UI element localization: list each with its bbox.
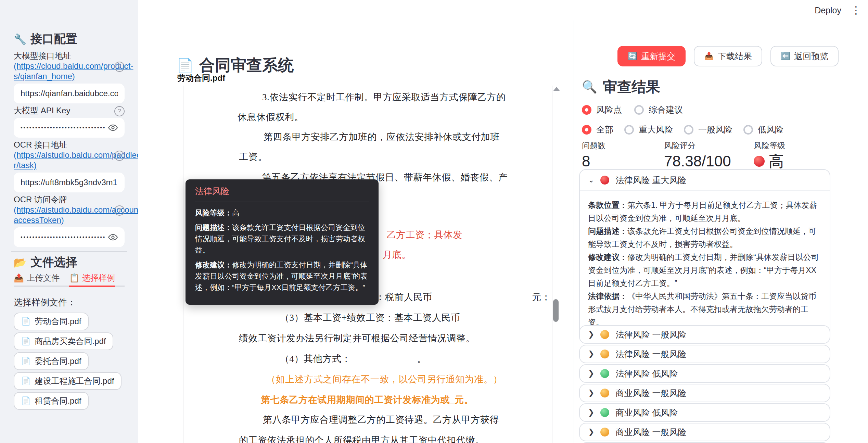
file-name: 劳动合同.pdf xyxy=(35,316,81,327)
collapsed-expander-header[interactable]: ❯商业风险 一般风险 xyxy=(579,384,830,402)
sample-file-button[interactable]: 📄委托合同.pdf xyxy=(14,352,89,370)
sample-file-button[interactable]: 📄租赁合同.pdf xyxy=(14,392,89,410)
risk-detail-row: 条款位置：第六条1. 甲方于每月日前足额支付乙方工资；具体发薪日以公司资金到位为… xyxy=(588,199,821,225)
collapsed-expander-header[interactable]: ❯商业风险 低风险 xyxy=(579,403,830,422)
sample-file-button[interactable]: 📄商品房买卖合同.pdf xyxy=(14,332,113,350)
help-icon[interactable]: ? xyxy=(114,151,125,161)
radio-icon[interactable] xyxy=(624,125,634,135)
doc-line: 休息休假权利。 xyxy=(238,111,304,123)
tooltip-row: 修改建议：修改为明确的工资支付日期，并删除“具体发薪日以公司资金到位为准，可顺延… xyxy=(195,259,369,293)
field-ocr-endpoint: OCR 接口地址 (https://aistudio.baidu.com/pad… xyxy=(14,140,125,192)
radio-label: 低风险 xyxy=(758,124,783,135)
llm-endpoint-link[interactable]: s/qianfan_home) xyxy=(14,71,116,81)
expander-header[interactable]: ⌄ 法律风险 重大风险 xyxy=(580,170,830,190)
radio-label: 综合建议 xyxy=(649,104,683,115)
risk-filter-option[interactable]: 低风险 xyxy=(743,124,783,135)
scroll-up-arrow-icon[interactable] xyxy=(553,87,560,91)
help-icon[interactable]: ? xyxy=(114,205,125,216)
file-name: 商品房买卖合同.pdf xyxy=(35,336,106,347)
sample-file-list: 📄劳动合同.pdf📄商品房买卖合同.pdf📄委托合同.pdf📄建设工程施工合同.… xyxy=(14,313,125,410)
document-scrollbar-thumb[interactable] xyxy=(553,299,559,322)
llm-api-key-input[interactable]: ••••••••••••••••••••••••••••••••• xyxy=(14,118,125,138)
left-arrow-icon: ⬅️ xyxy=(781,52,790,61)
sidebar-section-api-config: 🔧 接口配置 xyxy=(14,31,125,47)
ocr-endpoint-link[interactable]: r/task) xyxy=(14,160,116,170)
collapsed-expander-list: ❯法律风险 一般风险❯法律风险 一般风险❯法律风险 低风险❯商业风险 一般风险❯… xyxy=(579,325,830,443)
llm-endpoint-input[interactable]: https://qianfan.baidubce.com/v2 xyxy=(14,84,125,103)
expander-title: 法律风险 一般风险 xyxy=(615,329,686,340)
field-label: OCR 接口地址 xyxy=(14,140,125,150)
expander-title: 商业风险 一般风险 xyxy=(615,427,686,438)
help-icon[interactable]: ? xyxy=(114,62,125,72)
radio-icon[interactable] xyxy=(582,105,591,115)
tooltip-row-label: 修改建议： xyxy=(195,261,232,269)
ocr-token-input[interactable]: ••••••••••••••••••••••••••••••••• xyxy=(14,227,125,247)
kebab-menu-icon[interactable]: ⋮ xyxy=(851,5,861,16)
collapsed-expander-header[interactable]: ❯法律风险 一般风险 xyxy=(579,345,830,363)
resubmit-button[interactable]: 🔄 重新提交 xyxy=(617,46,686,66)
collapsed-expander-header[interactable]: ❯法律风险 一般风险 xyxy=(579,325,830,344)
expander-body: 条款位置：第六条1. 甲方于每月日前足额支付乙方工资；具体发薪日以公司资金到位为… xyxy=(580,190,830,337)
file-icon: 📄 xyxy=(21,377,30,385)
sample-file-button[interactable]: 📄劳动合同.pdf xyxy=(14,313,89,330)
result-type-option[interactable]: 综合建议 xyxy=(634,104,683,115)
sample-file-button[interactable]: 📄建设工程施工合同.pdf xyxy=(14,372,122,390)
deploy-button[interactable]: Deploy xyxy=(815,5,841,15)
download-results-button[interactable]: 📥 下载结果 xyxy=(694,46,762,66)
file-icon: 📄 xyxy=(21,357,30,366)
app-root: Deploy ⋮ 🔧 接口配置 大模型接口地址 (https://cloud.b… xyxy=(0,0,868,443)
risk-red-dot-icon xyxy=(600,176,609,185)
risk-filter-option[interactable]: 全部 xyxy=(582,124,613,135)
tooltip-row: 风险等级：高 xyxy=(195,207,369,218)
expander-title: 法律风险 一般风险 xyxy=(615,349,686,360)
file-name: 租赁合同.pdf xyxy=(35,395,81,406)
llm-endpoint-link[interactable]: (https://cloud.baidu.com/product- xyxy=(14,61,116,71)
orange-dot-icon xyxy=(600,428,609,436)
clipboard-icon: 📋 xyxy=(69,274,79,282)
chevron-right-icon: ❯ xyxy=(588,428,594,436)
risk-tooltip: 法律风险 风险等级：高问题描述：该条款允许工资支付日根据公司资金到位情况顺延，可… xyxy=(186,179,379,305)
doc-line: 第八条甲方应合理调整乙方的工资待遇。乙方从甲方获得 xyxy=(263,414,499,426)
ocr-endpoint-link[interactable]: (https://aistudio.baidu.com/paddleoc xyxy=(14,150,116,160)
result-type-option[interactable]: 风险点 xyxy=(582,104,622,115)
chevron-right-icon: ❯ xyxy=(588,389,594,397)
sidebar-divider xyxy=(11,251,127,252)
risk-filter-option[interactable]: 重大风险 xyxy=(624,124,673,135)
chevron-right-icon: ❯ xyxy=(588,408,594,417)
ocr-token-link[interactable]: (https://aistudio.baidu.com/account/ xyxy=(14,205,116,215)
radio-icon[interactable] xyxy=(684,125,693,135)
eye-icon[interactable] xyxy=(108,123,118,132)
eye-icon[interactable] xyxy=(108,232,118,242)
collapsed-expander-header[interactable]: ❯法律风险 低风险 xyxy=(579,364,830,383)
refresh-icon: 🔄 xyxy=(628,52,637,61)
sample-file-list-label: 选择样例文件： xyxy=(14,296,125,308)
radio-label: 全部 xyxy=(596,124,613,135)
wrench-icon: 🔧 xyxy=(14,33,26,45)
doc-line: （3）基本工资+绩效工资：基本工资人民币 xyxy=(280,312,460,324)
risk-detail-row: 修改建议：修改为明确的工资支付日期，并删除“具体发薪日以公司资金到位为准，可顺延… xyxy=(588,251,821,290)
help-icon[interactable]: ? xyxy=(114,106,125,116)
tab-upload-file[interactable]: 📤 上传文件 xyxy=(14,274,60,286)
orange-dot-icon xyxy=(600,389,609,397)
green-dot-icon xyxy=(600,408,609,417)
ocr-token-link[interactable]: accessToken) xyxy=(14,215,116,225)
file-icon: 📄 xyxy=(21,396,30,405)
file-tabs: 📤 上传文件 📋 选择样例 xyxy=(14,274,125,287)
ocr-endpoint-input[interactable]: https://uft8mbk5g3ndv3m1.aistu xyxy=(14,173,125,192)
orange-dot-icon xyxy=(600,350,609,358)
back-to-preview-button[interactable]: ⬅️ 返回预览 xyxy=(770,46,839,66)
folder-icon: 📂 xyxy=(14,256,26,268)
collapsed-expander-header[interactable]: ❯商业风险 一般风险 xyxy=(579,423,830,441)
sidebar-section-file-select: 📂 文件选择 xyxy=(14,255,125,270)
tab-select-sample[interactable]: 📋 选择样例 xyxy=(69,274,115,287)
risk-filter-option[interactable]: 一般风险 xyxy=(684,124,732,135)
expander-title: 商业风险 低风险 xyxy=(615,407,678,418)
radio-icon[interactable] xyxy=(582,125,591,135)
metric-risk-score: 风险评分 78.38/100 xyxy=(664,140,731,169)
radio-icon[interactable] xyxy=(743,125,753,135)
tooltip-row-label: 风险等级： xyxy=(195,208,232,217)
risk-detail-row: 法律依据：《中华人民共和国劳动法》第五十条：工资应当以货币形式按月支付给劳动者本… xyxy=(588,290,821,329)
radio-icon[interactable] xyxy=(634,105,644,115)
field-label: 大模型 API Key xyxy=(14,105,125,116)
doc-line: （4）其他方式： 。 xyxy=(280,353,426,365)
